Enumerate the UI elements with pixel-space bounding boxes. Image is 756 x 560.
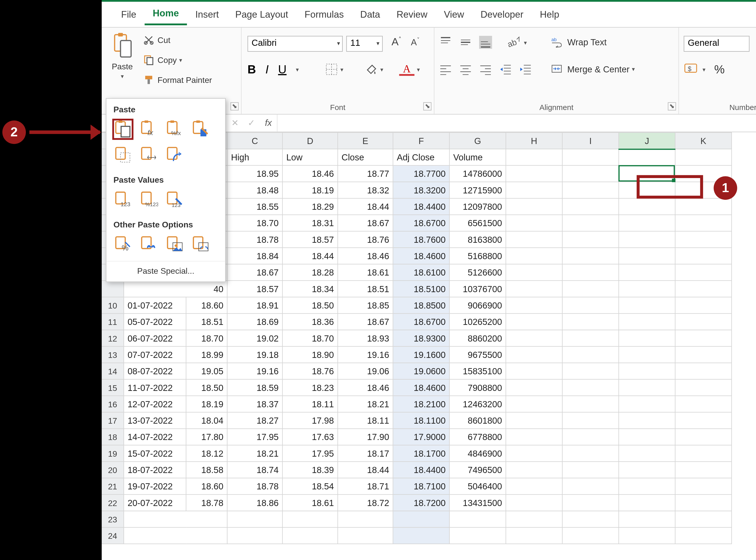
menu-tab-file[interactable]: File bbox=[113, 4, 145, 24]
chevron-down-icon[interactable]: ▾ bbox=[335, 36, 343, 52]
decrease-indent-button[interactable] bbox=[499, 63, 512, 76]
paste-option-formulas[interactable]: fx bbox=[139, 120, 158, 139]
col-header-F[interactable]: F bbox=[393, 133, 450, 149]
paste-special-menu-item[interactable]: Paste Special... bbox=[106, 261, 225, 279]
underline-button[interactable]: U bbox=[278, 63, 286, 77]
orientation-button[interactable]: ab bbox=[506, 36, 522, 50]
borders-button[interactable] bbox=[325, 63, 338, 76]
paste-option-keep-source[interactable] bbox=[191, 120, 210, 139]
menu-tab-view[interactable]: View bbox=[436, 4, 472, 24]
row-header[interactable]: 12 bbox=[101, 330, 124, 346]
paste-option-no-borders[interactable] bbox=[113, 146, 132, 165]
header-cell[interactable]: Volume bbox=[450, 149, 506, 165]
col-header-J[interactable]: J bbox=[619, 133, 675, 149]
accounting-format-button[interactable]: $ bbox=[683, 62, 700, 75]
paste-option-values-number[interactable]: %123 bbox=[139, 190, 158, 209]
row-header[interactable]: 10 bbox=[101, 297, 124, 313]
wrap-text-button[interactable]: ab Wrap Text bbox=[551, 36, 606, 47]
formula-accept-button[interactable]: ✓ bbox=[243, 115, 260, 132]
chevron-down-icon[interactable]: ▾ bbox=[374, 36, 382, 52]
chevron-down-icon[interactable]: ▾ bbox=[340, 66, 343, 73]
row-header[interactable]: 23 bbox=[101, 511, 124, 527]
align-middle-button[interactable] bbox=[459, 36, 472, 49]
col-header-D[interactable]: D bbox=[282, 133, 338, 149]
col-header-H[interactable]: H bbox=[506, 133, 562, 149]
paste-option-formulas-number[interactable]: %fx bbox=[165, 120, 184, 139]
chevron-down-icon[interactable]: ▾ bbox=[296, 66, 299, 73]
fx-icon[interactable]: fx bbox=[260, 115, 277, 132]
menu-tab-insert[interactable]: Insert bbox=[187, 4, 227, 24]
cut-button[interactable]: Cut bbox=[143, 35, 170, 45]
align-top-button[interactable] bbox=[439, 36, 452, 49]
svg-rect-60 bbox=[167, 147, 177, 159]
header-cell[interactable]: High bbox=[227, 149, 282, 165]
menu-tab-review[interactable]: Review bbox=[388, 4, 436, 24]
paste-option-link[interactable] bbox=[139, 235, 158, 254]
increase-indent-button[interactable] bbox=[519, 63, 532, 76]
increase-font-button[interactable]: A˄ bbox=[392, 36, 401, 48]
row-header[interactable]: 16 bbox=[101, 396, 124, 412]
chevron-down-icon[interactable]: ▾ bbox=[417, 66, 420, 73]
row-header[interactable]: 13 bbox=[101, 346, 124, 363]
paste-option-values[interactable]: 123 bbox=[113, 190, 132, 209]
header-cell[interactable]: Close bbox=[338, 149, 393, 165]
copy-button[interactable]: Copy ▾ bbox=[143, 55, 182, 65]
paste-option-linked-picture[interactable] bbox=[191, 235, 210, 254]
row-header[interactable]: 20 bbox=[101, 461, 124, 478]
row-header[interactable]: 19 bbox=[101, 445, 124, 461]
header-cell[interactable]: Low bbox=[282, 149, 338, 165]
row-header[interactable]: 14 bbox=[101, 363, 124, 379]
row-header[interactable]: 15 bbox=[101, 379, 124, 396]
chevron-down-icon[interactable]: ▾ bbox=[702, 66, 705, 73]
paste-option-keep-widths[interactable] bbox=[139, 146, 158, 165]
row-header[interactable]: 18 bbox=[101, 429, 124, 445]
font-color-button[interactable]: A bbox=[399, 63, 415, 77]
row-header[interactable]: 24 bbox=[101, 527, 124, 544]
align-left-button[interactable] bbox=[439, 63, 452, 76]
paste-option-paste[interactable] bbox=[113, 120, 132, 139]
menu-tab-formulas[interactable]: Formulas bbox=[296, 4, 352, 24]
col-header-E[interactable]: E bbox=[338, 133, 393, 149]
row-header[interactable] bbox=[101, 281, 124, 297]
align-bottom-button[interactable] bbox=[479, 36, 492, 49]
col-header-I[interactable]: I bbox=[562, 133, 619, 149]
paste-option-formatting[interactable]: % bbox=[113, 235, 132, 254]
menu-tab-page-layout[interactable]: Page Layout bbox=[227, 4, 296, 24]
chevron-down-icon[interactable]: ▾ bbox=[380, 66, 383, 73]
menu-tab-data[interactable]: Data bbox=[352, 4, 388, 24]
paste-icon bbox=[111, 32, 133, 59]
format-painter-button[interactable]: Format Painter bbox=[143, 75, 212, 85]
formula-cancel-button[interactable]: ✕ bbox=[227, 115, 243, 132]
header-cell[interactable]: Adj Close bbox=[393, 149, 450, 165]
row-header[interactable]: 17 bbox=[101, 412, 124, 428]
font-launcher[interactable]: ⬊ bbox=[423, 102, 432, 111]
menu-tab-help[interactable]: Help bbox=[532, 4, 568, 24]
menu-tab-home[interactable]: Home bbox=[145, 4, 187, 25]
italic-button[interactable]: I bbox=[265, 63, 269, 77]
col-header-C[interactable]: C bbox=[227, 133, 282, 149]
row-header[interactable]: 21 bbox=[101, 478, 124, 495]
other-paste-section-header: Other Paste Options bbox=[106, 214, 225, 233]
font-name-select[interactable]: Calibri bbox=[247, 36, 343, 52]
alignment-launcher[interactable]: ⬊ bbox=[668, 102, 676, 111]
paste-option-transpose[interactable] bbox=[165, 146, 184, 165]
align-right-button[interactable] bbox=[479, 63, 492, 76]
bold-button[interactable]: B bbox=[247, 63, 256, 77]
col-header-G[interactable]: G bbox=[450, 133, 506, 149]
row-header[interactable]: 11 bbox=[101, 313, 124, 330]
menu-tab-developer[interactable]: Developer bbox=[473, 4, 532, 24]
clipboard-launcher[interactable]: ⬊ bbox=[230, 102, 239, 111]
align-center-button[interactable] bbox=[459, 63, 472, 76]
svg-text:ab: ab bbox=[552, 37, 557, 42]
number-format-select[interactable]: General bbox=[683, 36, 749, 52]
fill-color-button[interactable] bbox=[365, 63, 378, 76]
percent-format-button[interactable]: % bbox=[714, 63, 725, 77]
row-header[interactable]: 22 bbox=[101, 495, 124, 511]
merge-center-button[interactable]: Merge & Center ▾ bbox=[551, 63, 635, 75]
decrease-font-button[interactable]: A˅ bbox=[411, 37, 420, 47]
paste-button[interactable]: Paste ▾ bbox=[106, 32, 139, 102]
chevron-down-icon[interactable]: ▾ bbox=[524, 39, 527, 46]
paste-option-picture[interactable] bbox=[165, 235, 184, 254]
col-header-K[interactable]: K bbox=[675, 133, 732, 149]
paste-option-values-source[interactable]: 123 bbox=[165, 190, 184, 209]
